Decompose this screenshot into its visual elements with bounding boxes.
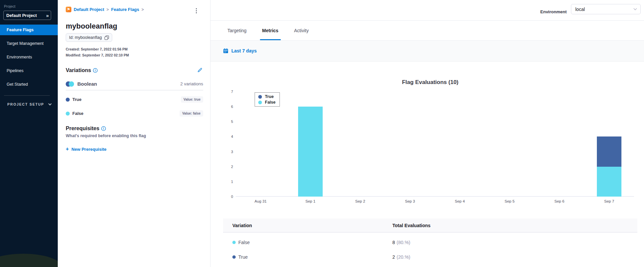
x-axis-tick-label: Sep 6 — [534, 199, 584, 203]
prerequisites-subtitle: What's required before enabling this fla… — [66, 134, 146, 138]
table-row-false: False8(80.%) — [223, 235, 637, 250]
edit-variations-icon[interactable] — [197, 67, 202, 73]
y-axis-tick-label: 3 — [223, 149, 233, 154]
main-content: Environment local TargetingMetricsActivi… — [210, 0, 644, 267]
copy-icon[interactable] — [105, 36, 109, 40]
y-axis-tick-label: 4 — [223, 134, 233, 139]
tab-targeting[interactable]: Targeting — [225, 21, 249, 40]
environment-select[interactable]: local — [571, 4, 641, 14]
sidebar: Project Default Project » Feature FlagsT… — [0, 0, 58, 267]
variation-row-false: FalseValue: false — [66, 110, 203, 117]
date-filter-band: Last 7 days — [210, 40, 644, 61]
flag-id-chip: Id: mybooleanflag — [66, 33, 112, 42]
x-axis-tick-label: Sep 7 — [584, 199, 634, 203]
prerequisites-title: Prerequisites — [66, 126, 99, 132]
sidebar-divider — [4, 95, 50, 96]
variations-title: Variations — [66, 67, 91, 73]
bar-segment-false-sep-7 — [597, 167, 621, 197]
variation-color-dot — [66, 112, 70, 116]
sidebar-nav: Feature FlagsTarget ManagementEnvironmen… — [0, 25, 58, 93]
flag-tabs: TargetingMetricsActivity — [210, 21, 644, 40]
sidebar-item-target-management[interactable]: Target Management — [0, 38, 58, 49]
flag-name-title: mybooleanflag — [66, 22, 117, 31]
prerequisites-header: Prerequisites — [66, 126, 106, 132]
table-header-row: Variation Total Evaluations — [223, 219, 637, 232]
flag-module-icon: ⚑ — [66, 7, 71, 12]
date-range-label: Last 7 days — [231, 48, 257, 53]
chevron-down-icon — [634, 7, 637, 10]
environment-header: Environment local — [210, 0, 644, 21]
variation-color-dot — [232, 255, 236, 259]
flag-created-date: Created: September 7, 2022 01:56 PM — [66, 47, 127, 51]
legend-item-false: False — [258, 100, 276, 105]
y-axis-tick-label: 7 — [223, 89, 233, 94]
chevron-down-icon — [48, 102, 51, 106]
sidebar-section-project-setup[interactable]: PROJECT SETUP — [7, 102, 51, 106]
plus-icon: + — [66, 146, 69, 152]
new-prerequisite-label: New Prerequisite — [71, 147, 107, 152]
sidebar-item-get-started[interactable]: Get Started — [0, 79, 58, 90]
breadcrumb-separator: > — [107, 7, 109, 12]
variation-row-true: TrueValue: true — [66, 96, 203, 103]
variation-name: False — [72, 111, 180, 116]
evaluation-percent: (80.%) — [397, 240, 410, 245]
cell-total-evaluations: 8(80.%) — [392, 235, 410, 250]
y-axis-tick-label: 2 — [223, 164, 233, 169]
variation-name: True — [238, 254, 248, 260]
breadcrumb-feature-flags-link[interactable]: Feature Flags — [111, 7, 139, 12]
variation-value-chip: Value: true — [181, 96, 203, 103]
variations-count: 2 variations — [180, 81, 203, 86]
chart-legend: TrueFalse — [255, 92, 280, 107]
evaluation-percent: (20.%) — [397, 254, 410, 260]
calendar-icon — [223, 48, 228, 53]
project-name: Default Project — [6, 13, 45, 18]
chart-title: Flag Evaluations (10) — [223, 79, 637, 86]
legend-label: False — [265, 100, 276, 105]
chart-plot-area — [236, 92, 634, 197]
cell-total-evaluations: 2(20.%) — [392, 250, 410, 264]
variations-header: Variations — [66, 67, 203, 73]
cell-variation: True — [232, 250, 248, 264]
y-axis-tick-label: 1 — [223, 179, 233, 184]
x-axis-tick-label: Sep 3 — [385, 199, 435, 203]
evaluation-count: 2 — [392, 254, 395, 260]
variation-name: False — [238, 240, 250, 245]
sidebar-item-feature-flags[interactable]: Feature Flags — [0, 25, 58, 35]
project-label: Project — [4, 4, 15, 8]
environment-label: Environment — [540, 9, 567, 14]
info-icon[interactable] — [93, 68, 98, 73]
date-range-button[interactable]: Last 7 days — [223, 48, 257, 53]
evaluation-count: 8 — [392, 240, 395, 245]
boolean-type-icon — [66, 81, 74, 87]
breadcrumb-separator: > — [141, 7, 144, 12]
variations-divider — [66, 90, 203, 90]
column-header-total-evaluations: Total Evaluations — [392, 219, 431, 232]
column-header-variation: Variation — [232, 219, 252, 232]
cell-variation: False — [232, 235, 250, 250]
tab-activity[interactable]: Activity — [292, 21, 311, 40]
new-prerequisite-button[interactable]: + New Prerequisite — [66, 146, 107, 152]
info-icon[interactable] — [101, 126, 106, 131]
project-expand-icon[interactable]: » — [46, 13, 48, 18]
x-axis-tick-label: Aug 31 — [236, 199, 285, 203]
project-setup-label: PROJECT SETUP — [7, 102, 44, 106]
legend-label: True — [265, 94, 274, 99]
breadcrumb-project-link[interactable]: Default Project — [74, 7, 104, 12]
y-axis-tick-label: 6 — [223, 104, 233, 109]
x-axis-tick-label: Sep 1 — [285, 199, 335, 203]
y-axis-tick-label: 0 — [223, 194, 233, 199]
tab-metrics[interactable]: Metrics — [260, 21, 281, 40]
flag-options-menu-button[interactable] — [193, 7, 200, 14]
sidebar-item-pipelines[interactable]: Pipelines — [0, 65, 58, 76]
project-selector[interactable]: Default Project » — [3, 11, 51, 20]
variation-value-chip: Value: false — [180, 110, 203, 117]
legend-dot — [258, 101, 262, 104]
bar-segment-true-sep-7 — [597, 136, 621, 166]
table-row-true: True2(20.%) — [223, 250, 637, 264]
flag-id-text: Id: mybooleanflag — [69, 35, 102, 40]
variation-name: True — [72, 97, 181, 102]
variation-color-dot — [232, 241, 236, 244]
breadcrumb: ⚑ Default Project > Feature Flags > — [66, 7, 146, 12]
flag-detail-panel: ⚑ Default Project > Feature Flags > mybo… — [58, 0, 210, 267]
sidebar-item-environments[interactable]: Environments — [0, 52, 58, 62]
